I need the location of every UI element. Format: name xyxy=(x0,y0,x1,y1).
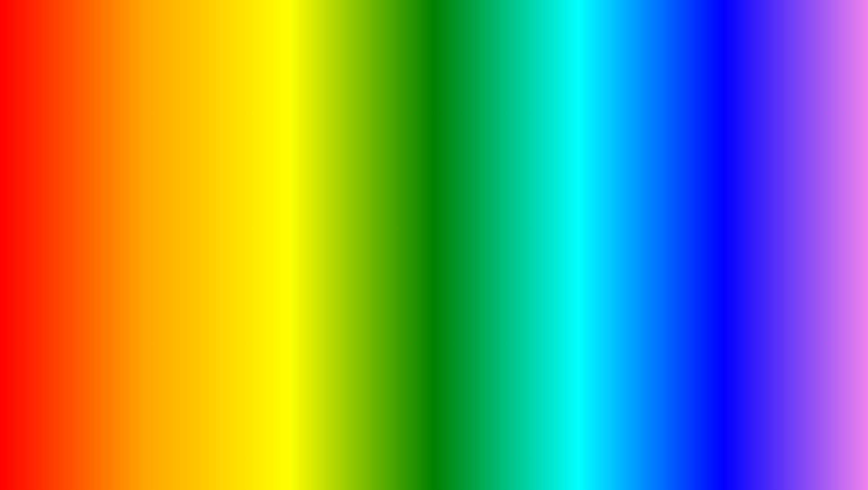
auto-farm-label: Auto Farm Gun Mastery xyxy=(104,143,242,149)
title-letter-o: O xyxy=(220,11,302,122)
svg-point-10 xyxy=(628,127,631,130)
svg-point-11 xyxy=(643,127,646,130)
sidebar2-world-teleport[interactable]: ✔ World Teleport xyxy=(108,188,153,205)
moon-checkbox[interactable] xyxy=(309,221,317,229)
general-check: ✔ xyxy=(67,153,71,158)
feature-auto-farm: AUTO FARM xyxy=(661,125,828,152)
logo-circle xyxy=(749,355,794,400)
race-v4-checkbox[interactable] xyxy=(309,206,317,214)
auto-train-race-label: Auto Train Race xyxy=(158,277,305,284)
window2-row-race-v3[interactable]: ✔ Auto Turn On Race v3 xyxy=(153,188,322,203)
window2-titlebar: Ego Hub − ✕ xyxy=(108,175,322,188)
window1-row-health-mob[interactable]: Health Mob xyxy=(99,153,259,168)
window2-main-content: ✔ Auto Turn On Race v3 Auto Turn On Race… xyxy=(153,188,322,288)
window2-row-auto-buy-gear[interactable]: Auto Buy Gear xyxy=(153,258,322,273)
svg-point-18 xyxy=(591,214,611,230)
feature-no-lag: NO LAG xyxy=(661,286,828,313)
logo-fruits-text: FRUITS xyxy=(760,405,828,427)
update-number: 20 xyxy=(298,433,349,482)
sidebar-icon-welcome xyxy=(59,141,64,147)
sidebar-item[interactable]: ✔ Item & xyxy=(54,172,99,183)
title-letter-s: S xyxy=(718,11,789,122)
world-check: ✔ xyxy=(121,194,125,199)
script-label: SCRIPT xyxy=(358,433,526,482)
gear-icon: ⚙ xyxy=(311,236,317,243)
sidebar-icon-players xyxy=(59,197,64,203)
raid-check: ✔ xyxy=(67,209,71,214)
sidebar2-avatar-sky: 🧑 xyxy=(113,259,125,272)
sidebar2-icon-world xyxy=(113,194,118,199)
sidebar-ra[interactable]: Ra... xyxy=(54,183,99,195)
sidebar-label-item: Item & xyxy=(74,174,90,181)
sidebar-general[interactable]: ✔ General xyxy=(54,150,99,161)
health-mob-checkbox[interactable] xyxy=(246,156,254,165)
misc-check: ✔ xyxy=(121,249,125,254)
setting-check: ✔ xyxy=(67,164,71,169)
sidebar2-label-sky: Sky xyxy=(128,262,137,268)
window2-controls: − ✕ xyxy=(299,178,317,184)
sidebar2-move-moon[interactable]: Move to Moon xyxy=(108,205,153,223)
sidebar2-misc[interactable]: ✔ Misc xyxy=(108,245,153,257)
race-v3-label: Auto Turn On Race v3 xyxy=(169,192,305,198)
sidebar-icon-setting xyxy=(59,164,64,169)
svg-rect-22 xyxy=(610,291,635,318)
background-scene: BLOX FRUITS MOBILE ANDROID AUTO FARM MAS… xyxy=(4,4,864,486)
sidebar2-icon-move xyxy=(113,211,118,217)
auto-farm-checkbox[interactable]: ✔ xyxy=(246,142,254,150)
auto-buy-gear-label: Auto Buy Gear xyxy=(158,263,305,269)
sidebar2-label-misc: Misc xyxy=(128,248,139,254)
window1-close-btn[interactable]: ✕ xyxy=(246,129,254,135)
window2-close-btn[interactable]: ✕ xyxy=(309,178,317,184)
moon-green-check: ✔ xyxy=(158,221,163,228)
sidebar2-label-shop: Shop xyxy=(128,236,141,243)
race-v3-green-check: ✔ xyxy=(158,192,163,199)
feature-smooth: SMOOTH xyxy=(661,259,828,286)
window2-row-auto-train-race[interactable]: Auto Train Race xyxy=(153,273,322,288)
health-mob-label: Health Mob xyxy=(104,157,242,164)
sidebar2-sky[interactable]: 🧑 Sky xyxy=(108,257,153,274)
window1-row-auto-farm[interactable]: Auto Farm Gun Mastery ✔ xyxy=(99,138,259,153)
sidebar-icon-general xyxy=(59,152,64,158)
window1-title: Ego Hub xyxy=(59,128,85,135)
sidebar2-label-world: World Teleport xyxy=(128,190,148,203)
window1-minimize-btn[interactable]: − xyxy=(236,129,242,135)
title-letter-f: F xyxy=(404,11,469,122)
title-letter-l: L xyxy=(156,11,220,122)
window2-section-race-v4: Race v4 xyxy=(153,246,322,258)
sidebar-icon-item xyxy=(59,175,64,180)
moon-label: Moves to Moon xyxy=(169,222,305,228)
window1-titlebar: Ego Hub − ✕ xyxy=(54,125,259,138)
shop-check: ✔ xyxy=(121,237,125,242)
section-label-race-v4: Race v4 xyxy=(158,249,176,255)
sidebar2-race-v4[interactable]: Race V4 xyxy=(108,223,153,234)
sidebar-label-raid: Raid xyxy=(74,208,85,214)
window2-minimize-btn[interactable]: − xyxy=(299,178,305,184)
sidebar-raid[interactable]: ✔ Raid xyxy=(54,206,99,217)
update-label: UPDATE xyxy=(106,433,290,482)
window2-row-race-v4[interactable]: Auto Turn On Race v4 xyxy=(153,203,322,218)
sidebar2-icon-race xyxy=(113,226,118,231)
auto-buy-gear-checkbox[interactable] xyxy=(309,262,317,270)
svg-rect-13 xyxy=(613,159,662,231)
title-letter-r: R xyxy=(469,11,545,122)
sidebar-welcome[interactable]: Welcome xyxy=(54,138,99,150)
sidebar-label-ra: Ra... xyxy=(67,186,78,192)
sidebar-players[interactable]: Players xyxy=(54,195,99,206)
svg-rect-24 xyxy=(610,291,635,295)
sidebar2-shop[interactable]: ✔ Shop xyxy=(108,234,153,245)
svg-rect-21 xyxy=(637,228,660,296)
auto-train-race-checkbox[interactable] xyxy=(309,276,317,285)
race-v3-checkbox[interactable] xyxy=(309,191,317,199)
sidebar-setting[interactable]: ✔ Setting xyxy=(54,161,99,172)
pastebin-label: PASTEBIN xyxy=(535,433,762,482)
title-letter-b: B xyxy=(80,11,156,122)
svg-rect-16 xyxy=(590,161,613,215)
window2-title: Ego Hub xyxy=(113,178,139,185)
feature-auto-raid: AUTO RAID xyxy=(661,313,828,340)
sidebar-label-setting: Setting xyxy=(74,163,91,169)
window2-row-moon[interactable]: ✔ Moves to Moon xyxy=(153,218,322,232)
sidebar-label-welcome: Welcome xyxy=(67,141,89,147)
sidebar-label-players: Players xyxy=(67,197,85,203)
blox-fruits-logo: LUX FRUITS xyxy=(714,355,828,428)
window2-row-teleport-gear[interactable]: Teleport to Gear ⚙ xyxy=(153,232,322,246)
